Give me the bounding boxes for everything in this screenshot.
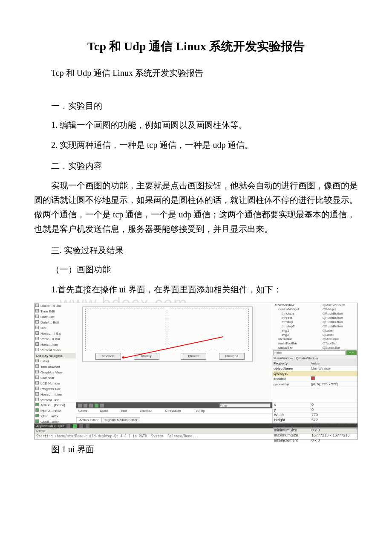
property-row[interactable]: Width770 <box>273 413 357 418</box>
property-row[interactable]: geometry[(0, 0), 770 x 572] <box>272 382 357 387</box>
action-column-header[interactable]: Shortcut <box>140 409 153 413</box>
tree-row[interactable]: btncircleQPushButton <box>272 312 357 316</box>
property-row[interactable]: Height572 <box>273 418 357 423</box>
label-img2[interactable] <box>169 309 249 351</box>
widget-item[interactable]: Label <box>35 358 76 364</box>
widget-item[interactable]: Date Edit <box>35 314 76 320</box>
widget-item[interactable]: Vertic…ll Bar <box>35 336 76 342</box>
object-inspector[interactable]: MainWindowQMainWindowcentralWidgetQWidge… <box>272 303 357 350</box>
label-img1[interactable] <box>85 309 165 351</box>
tree-row[interactable]: MainWindowQMainWindow <box>272 303 357 307</box>
action-config-icon[interactable] <box>100 404 104 408</box>
action-ok-icon[interactable] <box>95 404 98 408</box>
widget-item[interactable]: Graphics View <box>35 370 76 375</box>
widget-item[interactable]: Vertical Line <box>35 397 76 402</box>
widget-item[interactable]: Gradi…ditor <box>35 419 76 423</box>
widget-item[interactable]: XFor…arEx <box>35 413 76 419</box>
widget-item[interactable]: Arthur… [Demo] <box>35 402 76 408</box>
property-row[interactable]: maximumSize16777215 x 16777215 <box>273 433 357 438</box>
filter-bar: + − <box>272 350 357 356</box>
action-column-header[interactable]: Text <box>121 409 127 413</box>
output-icon-1[interactable] <box>66 424 70 428</box>
property-editor[interactable]: Property Value objectNameMainWindowQWidg… <box>272 361 357 387</box>
tab-signals-slots[interactable]: Signals & Slots Editor <box>101 417 140 422</box>
widget-item[interactable]: Time Edit <box>35 309 76 314</box>
property-row[interactable]: minimumSize0 x 0 <box>273 428 357 433</box>
btn-stop2[interactable]: btnstop2 <box>219 353 245 360</box>
btn-rect[interactable]: btnrect <box>181 353 206 360</box>
widget-item[interactable]: Horizo…l Line <box>35 392 76 397</box>
widget-item[interactable]: Horizo…ll Bar <box>35 331 76 336</box>
tree-row[interactable]: mainToolBarQToolBar <box>272 341 357 346</box>
tree-class-name: QMenuBar <box>323 337 357 341</box>
widget-item[interactable]: Progress Bar <box>35 386 76 392</box>
widget-label: PathD…rerEx <box>40 409 61 413</box>
action-column-header[interactable]: Name <box>78 409 87 413</box>
prop-header-name: Property <box>272 361 310 366</box>
tree-class-name: QPushButton <box>323 312 357 316</box>
action-column-header[interactable]: Used <box>100 409 108 413</box>
purpose-item-2: 2. 实现两种通信，一种是 tcp 通信，一种是 udp 通信。 <box>34 138 358 152</box>
output-icon-2[interactable] <box>79 424 83 428</box>
action-column-header[interactable]: ToolTip <box>194 409 205 413</box>
widget-item[interactable]: Display Widgets <box>35 353 76 358</box>
widget-label: Dial <box>40 326 46 330</box>
tree-row[interactable]: btnrectQPushButton <box>272 316 357 320</box>
step-1: 1.首先直接在操作 ui 界面，在界面里面添加相关组件，如下： <box>34 283 358 296</box>
widget-label: Doubl…n Box <box>40 304 61 308</box>
filter-input[interactable] <box>273 350 346 355</box>
qt-designer-screenshot: Doubl…n BoxTime EditDate EditDate/… Edit… <box>34 303 358 439</box>
property-row[interactable]: x0 <box>273 402 357 408</box>
widget-label: Vertical Line <box>40 398 59 402</box>
widget-icon <box>35 370 39 373</box>
section-content: 二．实验内容 <box>34 160 358 172</box>
tree-row[interactable]: img1QLabel <box>272 329 357 333</box>
add-remove-buttons[interactable]: + − <box>346 350 357 355</box>
doc-subtitle: Tcp 和 Udp 通信 Linux 系统开发实验报告 <box>34 67 358 79</box>
widget-item[interactable]: Date/… Edit <box>35 320 76 325</box>
property-context: MainWindow : QMainWindow <box>272 356 357 361</box>
widget-item[interactable]: LCD Number <box>35 381 76 386</box>
widget-item[interactable]: Vertical Slider <box>35 347 76 353</box>
widget-item[interactable]: Dial <box>35 325 76 331</box>
tab-action-editor[interactable]: Action Editor <box>76 417 101 422</box>
widget-label: Date Edit <box>40 315 55 319</box>
widget-icon <box>35 419 39 423</box>
action-column-header[interactable]: Checkable <box>165 409 182 413</box>
property-row[interactable]: enabled <box>272 376 357 382</box>
widget-item[interactable]: Text Browser <box>35 364 76 370</box>
btn-stop[interactable]: btnstop <box>134 353 159 360</box>
property-name: minimumSize <box>273 428 310 433</box>
action-new-icon[interactable] <box>78 404 82 408</box>
tree-row[interactable]: img2QLabel <box>272 333 357 337</box>
action-filter-input[interactable] <box>219 403 271 408</box>
tree-row[interactable]: statusBarQStatusBar <box>272 346 357 350</box>
widget-icon <box>35 408 39 412</box>
widget-item[interactable]: Doubl…n Box <box>35 303 76 309</box>
tree-row[interactable]: menuBarQMenuBar <box>272 337 357 341</box>
action-paste-icon[interactable] <box>89 404 93 408</box>
property-row[interactable]: y0 <box>273 408 357 413</box>
widget-icon <box>35 320 39 324</box>
output-icon-3[interactable] <box>86 424 89 428</box>
property-row[interactable]: QWidget <box>272 371 357 376</box>
widget-item[interactable]: Calendar <box>35 375 76 381</box>
action-copy-icon[interactable] <box>84 404 87 408</box>
property-name: objectName <box>272 366 310 371</box>
checkbox-icon[interactable] <box>311 376 315 380</box>
widget-item[interactable]: PathD…rerEx <box>35 408 76 413</box>
property-row[interactable]: objectNameMainWindow <box>272 366 357 371</box>
widget-label: Label <box>40 359 49 363</box>
widget-icon <box>35 376 39 379</box>
form-container: btncircle btnstop btnrect btnstop2 <box>82 306 253 362</box>
tree-row[interactable]: btnstop2QPushButton <box>272 324 357 329</box>
widget-item[interactable]: Horiz…lider <box>35 342 76 347</box>
tree-row[interactable]: btnstopQPushButton <box>272 320 357 324</box>
purpose-item-1: 1. 编辑一个画图的功能，例如画圆以及画圆柱体等。 <box>34 118 358 132</box>
output-icon-run[interactable] <box>73 424 77 428</box>
property-row[interactable]: sizePolicy[Preferred, Preferred, 0, 0 <box>273 423 357 428</box>
property-value: 0 x 0 <box>310 428 357 433</box>
btn-circle[interactable]: btncircle <box>95 353 121 360</box>
property-row[interactable]: sizeIncrement0 x 0 <box>273 438 357 443</box>
tree-row[interactable]: centralWidgetQWidget <box>272 307 357 312</box>
